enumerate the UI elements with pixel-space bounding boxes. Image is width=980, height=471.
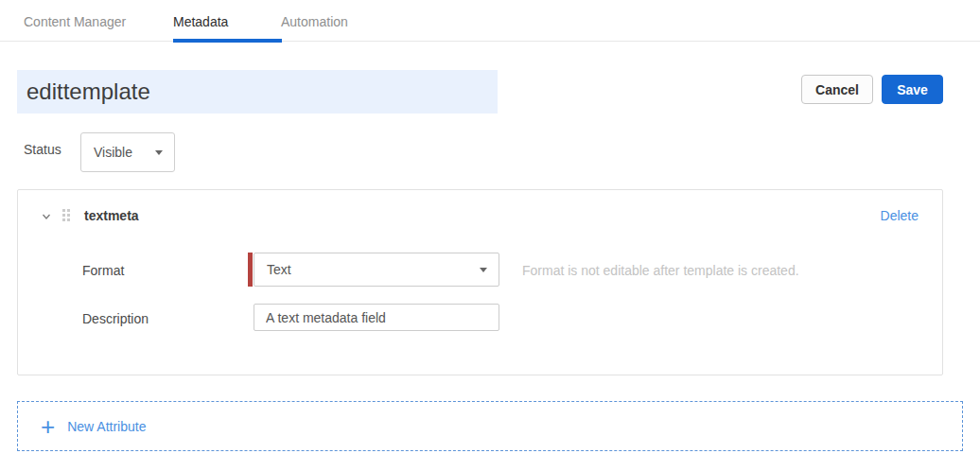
- drag-handle-icon[interactable]: [62, 209, 73, 222]
- format-label: Format: [82, 263, 124, 278]
- chevron-down-icon: [480, 268, 487, 272]
- tab-bar: Content Manager Metadata Automation: [0, 0, 980, 42]
- attribute-card: textmeta Delete Format Text Format is no…: [17, 189, 943, 375]
- format-helper-text: Format is not editable after template is…: [522, 263, 799, 278]
- required-field-bar: [248, 253, 253, 287]
- plus-icon: +: [41, 414, 55, 439]
- status-dropdown[interactable]: Visible: [80, 132, 175, 172]
- chevron-down-icon: [155, 150, 163, 155]
- collapse-chevron-icon[interactable]: [41, 209, 52, 220]
- save-button[interactable]: Save: [882, 75, 943, 104]
- format-dropdown[interactable]: Text: [254, 253, 499, 287]
- metadata-template-editor: Content Manager Metadata Automation Canc…: [0, 0, 980, 471]
- template-name-input[interactable]: [17, 70, 498, 113]
- delete-attribute-link[interactable]: Delete: [881, 208, 919, 223]
- status-dropdown-value: Visible: [94, 145, 132, 160]
- active-tab-indicator: [173, 39, 282, 43]
- attribute-name: textmeta: [84, 208, 139, 223]
- cancel-button[interactable]: Cancel: [801, 75, 873, 104]
- format-dropdown-value: Text: [267, 262, 291, 277]
- tab-metadata[interactable]: Metadata: [173, 0, 228, 42]
- new-attribute-label: New Attribute: [67, 419, 146, 434]
- tab-content-manager[interactable]: Content Manager: [24, 0, 126, 42]
- new-attribute-button[interactable]: + New Attribute: [17, 401, 963, 451]
- tab-automation[interactable]: Automation: [281, 0, 348, 42]
- status-label: Status: [24, 142, 61, 157]
- description-label: Description: [82, 311, 149, 326]
- description-input[interactable]: [254, 304, 499, 331]
